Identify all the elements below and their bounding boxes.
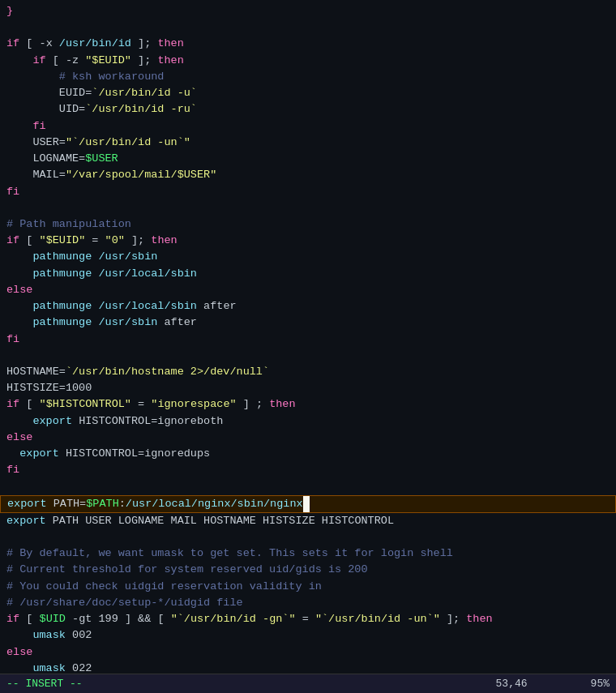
code-line: MAIL="/var/spool/mail/$USER" [0,167,616,183]
vim-mode: -- INSERT -- [6,676,83,692]
code-line: if [ -z "$EUID" ]; then [0,53,616,69]
code-line [0,529,616,545]
code-line: pathmunge /usr/sbin after [0,314,616,331]
code-line: fi [0,462,616,478]
code-line: # Path manipulation [0,216,616,233]
code-line [0,200,616,216]
code-line: HOSTNAME=`/usr/bin/hostname 2>/dev/null` [0,364,616,380]
code-line: if [ -x /usr/bin/id ]; then [0,36,616,52]
code-line: fi [0,332,616,348]
code-line [0,19,616,36]
code-line: if [ "$EUID" = "0" ]; then [0,233,616,249]
vim-position: 53,46 95% [496,676,610,692]
code-line: export HISTCONTROL=ignoredups [0,446,616,462]
code-line: else [0,430,616,446]
code-line: # You could check uidgid reservation val… [0,579,616,595]
code-line [0,479,616,495]
code-line: # By default, we want umask to get set. … [0,545,616,562]
code-line: USER="`/usr/bin/id -un`" [0,135,616,151]
code-line: fi [0,118,616,135]
code-line: # Current threshold for system reserved … [0,562,616,578]
code-line: HISTSIZE=1000 [0,380,616,396]
code-line: if [ "$HISTCONTROL" = "ignorespace" ] ; … [0,396,616,413]
code-line: umask 002 [0,627,616,644]
code-line: UID=`/usr/bin/id -ru` [0,101,616,118]
code-line: pathmunge /usr/local/sbin after [0,298,616,314]
code-line: pathmunge /usr/local/sbin [0,266,616,282]
code-line: else [0,644,616,661]
code-line: # ksh workaround [0,69,616,85]
code-editor[interactable]: } if [ -x /usr/bin/id ]; then if [ -z "$… [0,0,616,693]
code-line: EUID=`/usr/bin/id -u` [0,85,616,101]
code-line [0,348,616,364]
scroll-percent: 95% [591,678,610,690]
highlighted-export-path: export PATH=$PATH:/usr/local/nginx/sbin/… [0,495,616,513]
cursor-position: 53,46 [496,678,528,690]
code-line: export PATH USER LOGNAME MAIL HOSTNAME H… [0,513,616,529]
code-line: else [0,282,616,298]
code-line: LOGNAME=$USER [0,151,616,167]
code-line: # /usr/share/doc/setup-*/uidgid file [0,595,616,611]
code-line: if [ $UID -gt 199 ] && [ "`/usr/bin/id -… [0,611,616,627]
code-line: export HISTCONTROL=ignoreboth [0,413,616,430]
code-line: fi [0,184,616,200]
code-line: } [0,3,616,19]
vim-statusbar: -- INSERT -- 53,46 95% [0,674,616,694]
code-line: pathmunge /usr/sbin [0,249,616,265]
